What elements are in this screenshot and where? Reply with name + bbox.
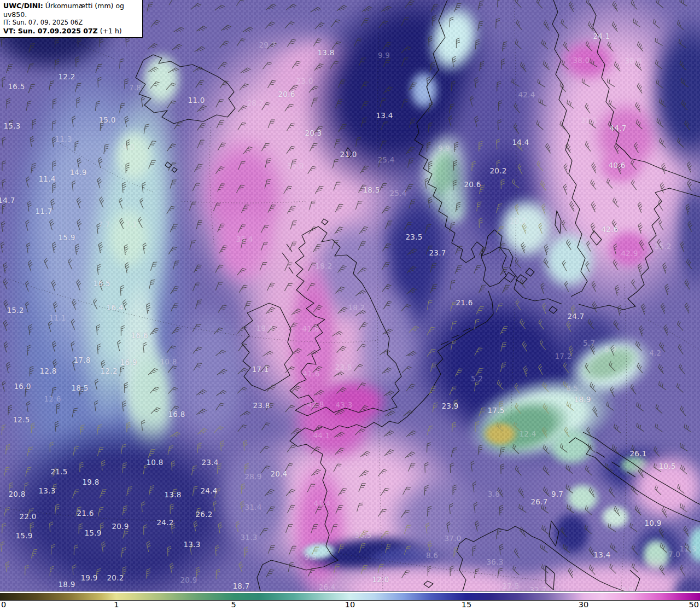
colorbar-tick: 50	[689, 600, 699, 609]
map-value-label: 7.0	[668, 550, 680, 559]
map-value-label: 15.2	[7, 306, 24, 315]
map-value-label: 21.6	[77, 509, 94, 518]
map-value-label: 18.7	[233, 582, 250, 590]
map-value-label: 11.3	[680, 544, 697, 553]
map-value-label: 21.0	[340, 150, 357, 159]
map-value-label: 42.8	[307, 400, 324, 409]
map-value-label: 38.0	[573, 56, 590, 65]
map-value-label: 20.6	[278, 90, 295, 98]
map-value-label: 11.7	[36, 207, 52, 216]
map-value-label: 23.7	[429, 248, 446, 257]
map-value-label: 24.2	[157, 518, 174, 527]
weather-map-screenshot: 16.512.229.713.89.924.138.036.07.811.015…	[0, 0, 700, 610]
map-value-label: 26.2	[196, 510, 213, 519]
map-value-label: 12.6	[44, 394, 61, 403]
map-value-label: 20.6	[464, 180, 481, 189]
map-value-label: 19.8	[83, 478, 100, 486]
map-value-label: 20.4	[271, 469, 288, 478]
map-value-label: 18.5	[72, 384, 89, 392]
map-value-label: 9.5	[305, 553, 317, 561]
map-value-label: 12.8	[40, 367, 57, 375]
map-value-label: 16.8	[168, 410, 185, 419]
map-value-label: 12.5	[13, 415, 30, 424]
value-labels-layer: 16.512.229.713.89.924.138.036.07.811.015…	[0, 0, 700, 592]
map-value-label: 17.5	[488, 406, 505, 415]
map-value-label: 42.6	[602, 225, 619, 234]
map-value-label: 20.2	[490, 166, 507, 175]
map-value-label: 37.0	[445, 534, 462, 543]
map-value-label: 13.8	[318, 48, 335, 57]
map-value-label: 12.0	[372, 575, 389, 584]
map-value-label: 15.0	[99, 115, 116, 124]
map-value-label: 35.0	[287, 161, 304, 170]
map-value-label: 20.8	[9, 490, 26, 498]
map-value-label: 23.8	[253, 401, 270, 410]
map-value-label: 27.5	[503, 582, 520, 590]
map-value-label: 7.1	[125, 220, 137, 229]
map-value-label: 42.9	[621, 249, 638, 258]
map-value-label: 26.1	[630, 449, 647, 458]
map-value-label: 26.7	[531, 497, 548, 506]
map-value-label: 28.2	[247, 98, 264, 107]
map-value-label: 10.5	[659, 462, 676, 470]
map-value-label: 11.1	[49, 313, 66, 322]
map-value-label: 42.4	[518, 90, 535, 99]
map-value-label: 41.8	[302, 324, 319, 333]
map-value-label: 13.3	[39, 486, 56, 495]
map-value-label: 44.1	[313, 431, 330, 440]
map-value-label: 14.7	[0, 196, 15, 205]
map-value-label: 16.0	[14, 382, 31, 391]
map-value-label: 17.2	[555, 352, 572, 361]
colorbar-tick: 30	[579, 600, 588, 609]
map-value-label: 10.8	[160, 357, 177, 366]
map-value-label: 31.1	[581, 116, 598, 125]
colorbar-tick-labels: 01510153050	[0, 600, 700, 610]
map-value-label: 8.8	[604, 345, 616, 353]
map-value-label: 11.0	[188, 96, 205, 104]
colorbar-tick: 1	[114, 600, 119, 609]
map-value-label: 15.9	[16, 531, 33, 540]
map-value-label: 5.7	[583, 339, 595, 347]
map-value-label: 31.4	[245, 503, 262, 512]
map-value-label: 10.9	[645, 519, 662, 527]
map-value-label: 19.9	[81, 573, 98, 582]
map-value-label: 16.5	[8, 82, 25, 91]
map-value-label: 9.9	[378, 51, 390, 60]
map-value-label: 21.6	[456, 298, 473, 307]
map-value-label: 8.6	[426, 551, 438, 560]
map-value-label: 17.1	[252, 365, 269, 374]
map-value-label: 18.5	[363, 185, 380, 194]
map-value-label: 26.4	[319, 583, 336, 591]
map-value-label: 41.4	[314, 499, 331, 508]
map-value-label: 41.6	[303, 369, 320, 378]
map-value-label: 16.4	[107, 303, 124, 312]
map-value-label: 18.2	[348, 303, 365, 312]
map-value-label: 5.2	[471, 374, 483, 383]
map-value-label: 13.3	[184, 540, 201, 549]
map-value-label: 20.2	[107, 573, 124, 582]
map-value-label: 17.8	[74, 356, 91, 364]
map-value-label: 24.4	[201, 486, 218, 495]
map-value-label: 9.9	[438, 144, 450, 153]
map-value-label: 8.5	[566, 384, 578, 393]
map-value-label: 23.9	[442, 402, 459, 410]
map-value-label: 15.3	[4, 121, 21, 130]
map-value-label: 11.4	[39, 175, 56, 183]
map-value-label: 16.5	[94, 279, 110, 288]
map-value-label: 18.2	[316, 262, 332, 270]
map-value-label: 20.9	[112, 522, 129, 531]
map-value-label: 29.7	[259, 40, 276, 49]
colorbar-tick: 0	[1, 600, 6, 609]
map-value-label: 36.0	[625, 56, 642, 65]
map-value-label: 35.4	[236, 235, 253, 243]
map-value-label: 15.9	[85, 528, 102, 537]
map-value-label: 24.7	[568, 312, 585, 321]
map-value-label: 36.3	[487, 557, 504, 566]
map-value-label: 14.9	[70, 168, 87, 177]
map-value-label: 12.2	[59, 72, 75, 81]
map-value-label: 23.5	[406, 233, 423, 241]
map-value-label: 10.8	[147, 458, 164, 467]
map-value-label: 23.0	[296, 77, 313, 85]
map-value-label: 18.9	[574, 395, 591, 404]
map-value-label: 28.9	[245, 472, 262, 481]
